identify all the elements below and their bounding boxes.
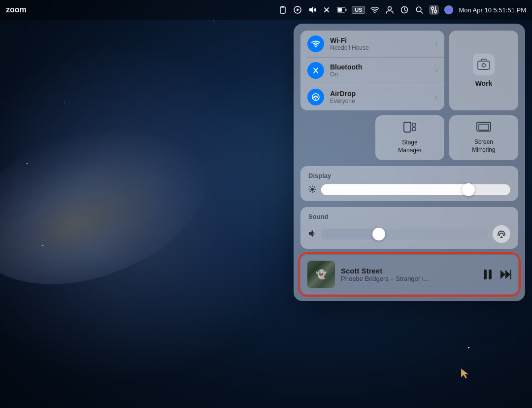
svg-rect-7 [338, 8, 342, 11]
playback-controls [483, 269, 511, 280]
wifi-text: Wi-Fi Needell House [330, 36, 369, 51]
airdrop-text: AirDrop Everyone [330, 90, 356, 104]
svg-line-36 [314, 191, 315, 191]
bluetooth-control-icon [307, 62, 324, 79]
cursor [460, 368, 470, 379]
time-machine-icon[interactable] [399, 5, 409, 15]
svg-rect-1 [281, 6, 284, 8]
svg-rect-27 [412, 128, 416, 131]
volume-control-icon [308, 230, 316, 239]
svg-rect-45 [510, 270, 511, 279]
airplay-button[interactable] [493, 225, 510, 243]
keyboard-language-badge[interactable]: US [352, 6, 365, 14]
volume-slider[interactable] [321, 229, 488, 239]
svg-rect-6 [345, 9, 346, 11]
features-row: StageManager ScreenMirroring [300, 115, 518, 160]
svg-marker-4 [309, 6, 313, 13]
star [213, 20, 213, 21]
svg-rect-0 [280, 7, 285, 13]
svg-rect-29 [479, 124, 489, 130]
volume-slider-row [308, 225, 510, 243]
svg-point-24 [482, 64, 486, 67]
datetime-display: Mon Apr 10 5:51:51 PM [459, 6, 526, 14]
svg-rect-26 [412, 123, 416, 126]
brightness-icon [308, 185, 316, 195]
now-playing-info: Scott Street Phoebe Bridgers – Stranger … [341, 267, 477, 282]
brightness-slider-thumb[interactable] [462, 183, 475, 196]
album-art [307, 261, 335, 288]
menubar: zoom US [0, 0, 532, 20]
display-section: Display [300, 166, 518, 201]
svg-marker-3 [297, 8, 299, 11]
airdrop-title: AirDrop [330, 90, 356, 98]
brightness-slider-row [308, 184, 510, 195]
star [64, 102, 65, 102]
svg-rect-42 [489, 270, 492, 279]
play-circle-icon[interactable] [293, 5, 302, 15]
control-center-panel: Wi-Fi Needell House › Bluetooth On › [294, 24, 525, 301]
star [160, 41, 160, 41]
volume-slider-thumb[interactable] [372, 228, 385, 240]
wifi-icon[interactable] [370, 5, 380, 15]
svg-line-35 [310, 187, 310, 187]
svg-marker-40 [500, 236, 503, 238]
user-icon[interactable] [385, 5, 395, 15]
svg-marker-43 [500, 270, 505, 279]
work-icon [473, 54, 495, 75]
menubar-left: zoom [6, 5, 27, 14]
now-playing-widget[interactable]: Scott Street Phoebe Bridgers – Stranger … [300, 255, 518, 294]
svg-line-38 [314, 187, 315, 187]
skip-forward-button[interactable] [499, 269, 511, 280]
connectivity-group: Wi-Fi Needell House › Bluetooth On › [300, 31, 444, 110]
star [468, 347, 469, 348]
svg-point-20 [315, 46, 317, 47]
bluetooth-subtitle: On [330, 71, 362, 78]
airdrop-subtitle: Everyone [330, 98, 356, 104]
svg-rect-41 [484, 270, 487, 279]
airdrop-control-icon [307, 89, 324, 105]
control-center-icon[interactable] [429, 5, 439, 15]
svg-line-37 [310, 191, 310, 191]
svg-point-19 [444, 5, 453, 14]
bluetooth-control[interactable]: Bluetooth On › [300, 57, 444, 84]
display-title: Display [308, 172, 510, 179]
wifi-control-icon [307, 35, 324, 52]
work-label: Work [475, 79, 493, 87]
pause-button[interactable] [483, 269, 493, 280]
brightness-slider[interactable] [321, 184, 510, 195]
bluetooth-title: Bluetooth [330, 63, 362, 71]
screen-mirroring-tile[interactable]: ScreenMirroring [449, 115, 518, 160]
svg-rect-25 [404, 122, 411, 132]
album-art-image [307, 261, 335, 288]
wifi-chevron-icon: › [435, 40, 437, 47]
search-icon[interactable] [414, 5, 424, 15]
top-row: Wi-Fi Needell House › Bluetooth On › [300, 31, 518, 110]
menubar-right: US Mon Apr 10 5:51:51 PM [278, 5, 526, 15]
svg-line-12 [421, 11, 423, 13]
wifi-control[interactable]: Wi-Fi Needell House › [300, 31, 444, 57]
star [27, 163, 28, 164]
battery-icon[interactable] [337, 5, 347, 15]
siri-icon[interactable] [444, 5, 454, 15]
star [293, 33, 293, 33]
svg-marker-39 [309, 230, 313, 237]
sound-section: Sound [300, 207, 518, 249]
bluetooth-icon[interactable] [322, 5, 332, 15]
svg-marker-44 [505, 270, 510, 279]
volume-icon[interactable] [307, 5, 317, 15]
work-tile[interactable]: Work [449, 31, 518, 110]
star [80, 204, 80, 204]
screen-mirroring-label: ScreenMirroring [472, 138, 495, 154]
desktop: zoom US [0, 0, 532, 408]
airdrop-control[interactable]: AirDrop Everyone › [300, 84, 444, 110]
app-name-zoom[interactable]: zoom [6, 5, 27, 14]
clipboard-icon[interactable] [278, 5, 288, 15]
stage-manager-tile[interactable]: StageManager [375, 115, 444, 160]
svg-point-9 [388, 7, 392, 10]
bluetooth-text: Bluetooth On [330, 63, 362, 78]
svg-point-30 [311, 188, 314, 191]
svg-rect-23 [478, 61, 490, 69]
screen-mirroring-icon [476, 122, 491, 136]
airdrop-chevron-icon: › [435, 94, 437, 101]
svg-point-8 [374, 12, 376, 14]
